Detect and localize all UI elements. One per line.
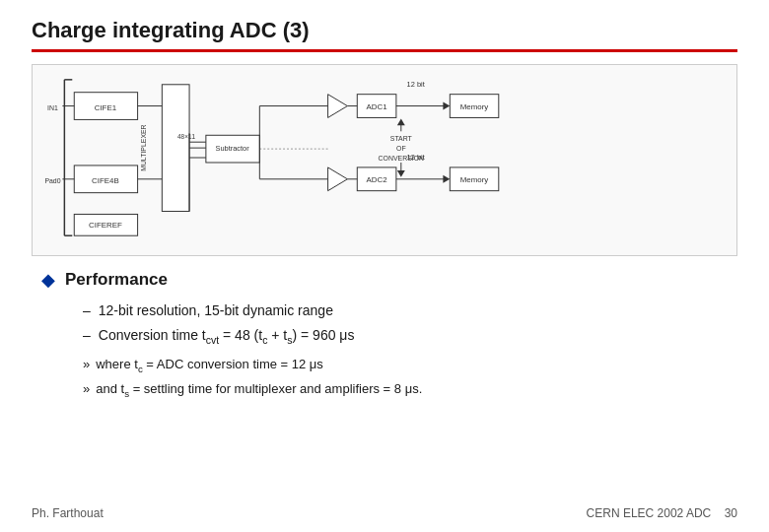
svg-text:START: START: [390, 135, 413, 142]
footer-page: 30: [725, 506, 737, 520]
sub-bullet-1: »: [83, 355, 90, 374]
performance-label: Performance: [65, 268, 168, 292]
dash-2: –: [83, 325, 91, 346]
performance-row: ◆ Performance: [41, 268, 737, 293]
sub-list: » where tc = ADC conversion time = 12 μs…: [83, 355, 737, 401]
svg-text:IN1: IN1: [47, 104, 58, 111]
bullet-item-2: – Conversion time tcvt = 48 (tc + ts) = …: [83, 325, 737, 349]
bullet-text-1: 12-bit resolution, 15-bit dynamic range: [99, 300, 333, 321]
svg-text:CIFEREF: CIFEREF: [89, 221, 122, 230]
svg-text:OF: OF: [396, 145, 406, 152]
svg-text:MULTIPLEXER: MULTIPLEXER: [141, 124, 148, 170]
svg-text:CIFE4B: CIFE4B: [92, 176, 119, 185]
bullet-text-2: Conversion time tcvt = 48 (tc + ts) = 96…: [99, 325, 355, 349]
content-section: ◆ Performance – 12-bit resolution, 15-bi…: [32, 268, 737, 500]
svg-text:CIFE1: CIFE1: [95, 103, 117, 112]
circuit-diagram: CIFE1 IN1 CIFE4B Pad0 CIFEREF MULTIPLEXE…: [32, 64, 737, 256]
svg-text:Memory: Memory: [460, 175, 489, 184]
svg-text:12 bit: 12 bit: [407, 80, 425, 89]
sub-item-2: » and ts = settling time for multiplexer…: [83, 379, 737, 401]
title-section: Charge integrating ADC (3): [32, 18, 737, 60]
sub-text-2: and ts = settling time for multiplexer a…: [96, 379, 422, 401]
diamond-icon: ◆: [41, 268, 55, 293]
red-divider: [32, 49, 737, 52]
bullet-list: – 12-bit resolution, 15-bit dynamic rang…: [83, 300, 737, 349]
sub-text-1: where tc = ADC conversion time = 12 μs: [96, 355, 323, 376]
diagram-svg: CIFE1 IN1 CIFE4B Pad0 CIFEREF MULTIPLEXE…: [33, 65, 736, 255]
svg-text:48×11: 48×11: [177, 133, 195, 140]
dash-1: –: [83, 300, 91, 321]
footer-author: Ph. Farthouat: [32, 506, 104, 520]
bullet-item-1: – 12-bit resolution, 15-bit dynamic rang…: [83, 300, 737, 321]
svg-text:12 bit: 12 bit: [407, 153, 425, 162]
svg-text:ADC1: ADC1: [367, 102, 388, 111]
page-title: Charge integrating ADC (3): [32, 18, 737, 43]
sub-bullet-2: »: [83, 379, 90, 399]
svg-text:ADC2: ADC2: [367, 175, 387, 184]
sub-item-1: » where tc = ADC conversion time = 12 μs: [83, 355, 737, 376]
svg-text:Memory: Memory: [460, 102, 489, 111]
footer: Ph. Farthouat CERN ELEC 2002 ADC 30: [32, 500, 737, 520]
svg-text:Subtractor: Subtractor: [216, 144, 250, 153]
footer-info: CERN ELEC 2002 ADC 30: [587, 506, 737, 520]
svg-text:Pad0: Pad0: [44, 177, 60, 184]
footer-conference: CERN ELEC 2002 ADC: [587, 506, 712, 520]
svg-rect-14: [162, 85, 189, 212]
